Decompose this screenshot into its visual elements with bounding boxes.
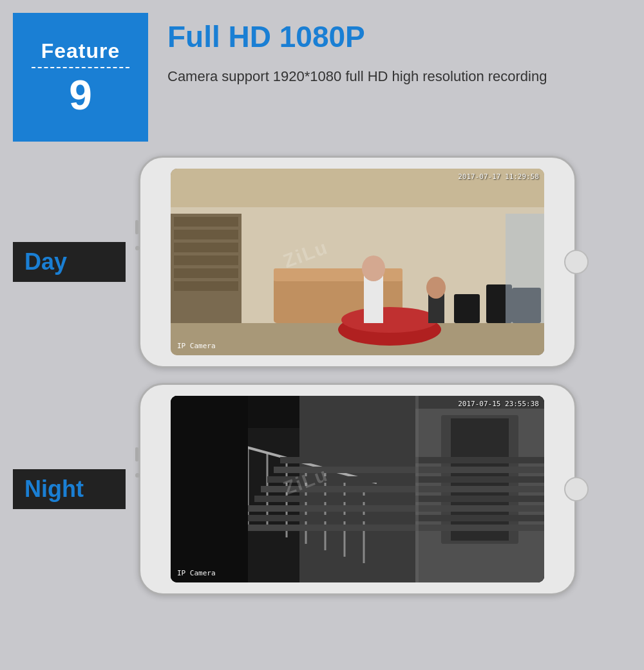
svg-point-13 [341,307,438,333]
feature-box: Feature 9 [13,13,148,142]
title-section: Full HD 1080P Camera support 1920*1080 f… [167,13,547,87]
side-btn-night-1 [135,447,138,461]
day-badge: Day [13,242,126,282]
svg-marker-38 [248,505,544,512]
page-wrapper: Feature 9 Full HD 1080P Camera support 1… [0,0,644,670]
feature-divider [32,67,129,68]
svg-rect-7 [174,256,238,265]
svg-rect-8 [174,268,238,278]
night-ip-label: IP Camera [177,569,216,577]
svg-marker-43 [280,457,544,463]
side-btn-dot [135,246,140,250]
night-screen-bg: 2017-07-15 23:55:38 ZiLu IP Camera [171,396,544,582]
svg-rect-9 [174,281,238,291]
svg-point-15 [362,256,385,281]
svg-rect-4 [174,217,238,227]
day-ip-label: IP Camera [177,342,216,350]
night-phone-mockup: 2017-07-15 23:55:38 ZiLu IP Camera [138,383,576,595]
feature-label: Feature [41,39,120,63]
svg-rect-21 [506,214,544,323]
svg-marker-37 [242,515,544,521]
description: Camera support 1920*1080 full HD high re… [167,66,547,87]
svg-marker-36 [235,525,544,531]
staircase-scene-svg [171,396,544,582]
night-timestamp: 2017-07-15 23:55:38 [458,400,539,408]
side-buttons-day [135,220,140,250]
night-badge: Night [13,469,126,509]
top-section: Feature 9 Full HD 1080P Camera support 1… [13,13,631,142]
svg-rect-44 [171,396,248,582]
svg-marker-39 [254,496,544,502]
svg-rect-5 [174,230,238,239]
side-buttons-night [135,447,140,478]
night-phone-section: Night [13,383,631,595]
day-timestamp: 2017-07-17 11:29:58 [458,172,539,181]
salon-scene-svg [171,169,544,355]
side-btn-1 [135,220,138,234]
svg-rect-18 [454,294,480,323]
night-home-button [564,477,589,501]
day-phone-mockup: 2017-07-17 11:29:58 ZiLu IP Camera [138,156,576,368]
day-phone-section: Day [13,156,631,368]
day-screen-bg: 2017-07-17 11:29:58 ZiLu IP Camera [171,169,544,355]
day-phone-screen: 2017-07-17 11:29:58 ZiLu IP Camera [171,169,544,355]
feature-number: 9 [69,75,92,116]
side-btn-dot-night [135,473,140,478]
svg-rect-45 [415,396,419,582]
svg-rect-6 [174,243,238,252]
day-home-button [564,250,589,274]
main-title: Full HD 1080P [167,19,547,54]
svg-point-17 [426,277,446,299]
night-phone-screen: 2017-07-15 23:55:38 ZiLu IP Camera [171,396,544,582]
